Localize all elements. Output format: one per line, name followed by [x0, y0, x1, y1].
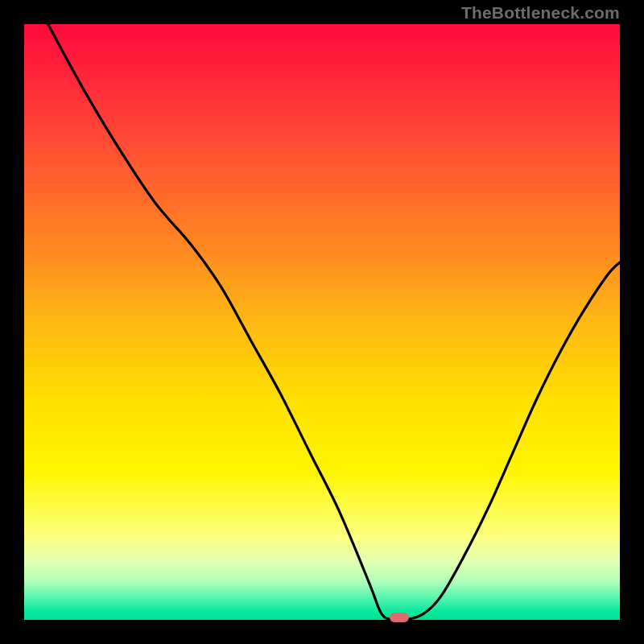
bottleneck-curve [24, 24, 620, 620]
watermark-text: TheBottleneck.com [461, 3, 620, 23]
plot-area [24, 24, 620, 620]
chart-frame: TheBottleneck.com [0, 0, 644, 644]
optimum-marker [390, 613, 409, 622]
